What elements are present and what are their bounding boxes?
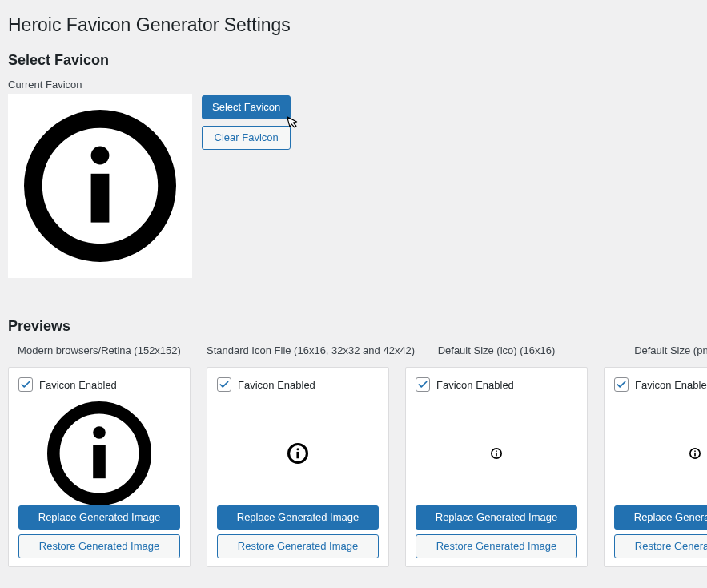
preview-image xyxy=(217,401,379,505)
svg-rect-11 xyxy=(496,453,497,456)
preview-card: Favicon EnabledReplace Generated ImageRe… xyxy=(8,367,191,567)
favicon-enabled-label: Favicon Enabled xyxy=(436,379,514,391)
info-icon xyxy=(287,443,308,464)
restore-generated-image-button[interactable]: Restore Generated Image xyxy=(18,534,180,558)
replace-generated-image-button[interactable]: Replace Generated Image xyxy=(18,505,180,530)
favicon-enabled-checkbox[interactable] xyxy=(217,377,231,392)
replace-generated-image-button[interactable]: Replace Generated Image xyxy=(217,505,379,530)
preview-title: Standard Icon File (16x16, 32x32 and 42x… xyxy=(207,344,389,359)
svg-rect-8 xyxy=(296,452,299,458)
preview-title: Default Size (ico) (16x16) xyxy=(405,344,588,359)
preview-title: Default Size (png) (16x16) xyxy=(604,344,707,359)
favicon-enabled-label: Favicon Enabled xyxy=(238,379,315,391)
info-icon xyxy=(491,448,502,459)
preview-card: Favicon EnabledReplace Generated ImageRe… xyxy=(604,367,707,567)
replace-generated-image-button[interactable]: Replace Generated Image xyxy=(614,505,707,530)
select-favicon-button[interactable]: Select Favicon xyxy=(202,95,291,119)
preview-card: Favicon EnabledReplace Generated ImageRe… xyxy=(207,367,389,567)
favicon-enabled-checkbox[interactable] xyxy=(614,377,629,392)
previews-heading: Previews xyxy=(8,318,699,335)
svg-point-7 xyxy=(296,448,299,450)
svg-point-13 xyxy=(694,450,696,452)
svg-rect-2 xyxy=(91,174,110,223)
current-favicon-preview xyxy=(8,94,192,278)
current-favicon-label: Current Favicon xyxy=(8,79,699,91)
restore-generated-image-button[interactable]: Restore Generated Image xyxy=(614,534,707,558)
favicon-enabled-checkbox[interactable] xyxy=(416,377,430,392)
preview-title: Modern browsers/Retina (152x152) xyxy=(8,344,191,359)
preview-image xyxy=(18,401,180,505)
svg-point-4 xyxy=(93,426,106,439)
select-favicon-heading: Select Favicon xyxy=(8,52,699,69)
restore-generated-image-button[interactable]: Restore Generated Image xyxy=(217,534,379,558)
info-icon xyxy=(47,401,151,505)
svg-point-10 xyxy=(496,450,497,452)
preview-image xyxy=(416,401,577,505)
info-icon xyxy=(689,448,701,459)
favicon-enabled-checkbox[interactable] xyxy=(18,377,33,392)
svg-rect-5 xyxy=(93,445,106,479)
preview-image xyxy=(614,401,707,505)
replace-generated-image-button[interactable]: Replace Generated Image xyxy=(416,505,577,530)
clear-favicon-button[interactable]: Clear Favicon xyxy=(202,126,291,150)
svg-rect-14 xyxy=(694,453,696,456)
svg-point-1 xyxy=(91,147,110,165)
favicon-enabled-label: Favicon Enabled xyxy=(635,379,707,391)
info-icon xyxy=(24,110,176,262)
preview-card: Favicon EnabledReplace Generated ImageRe… xyxy=(405,367,588,567)
favicon-enabled-label: Favicon Enabled xyxy=(39,379,117,391)
restore-generated-image-button[interactable]: Restore Generated Image xyxy=(416,534,577,558)
page-title: Heroic Favicon Generator Settings xyxy=(8,14,699,36)
